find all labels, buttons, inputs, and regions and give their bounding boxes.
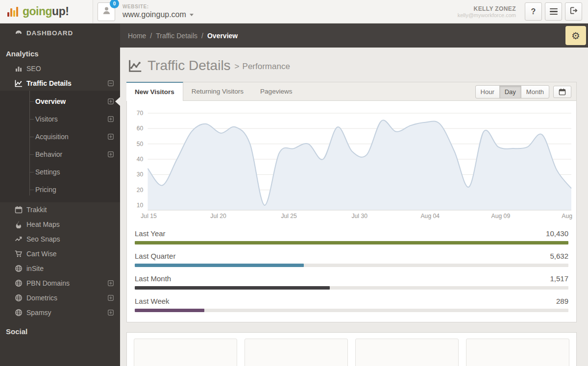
sidebar-item-seo-snaps[interactable]: Seo Snaps: [0, 232, 120, 246]
logo[interactable]: goingup!: [0, 0, 93, 23]
calendar-button[interactable]: [553, 86, 571, 98]
range-button-hour[interactable]: Hour: [475, 85, 500, 98]
sidebar-item-dometrics[interactable]: Dometrics: [0, 291, 120, 305]
sidebar-item-dashboard[interactable]: DASHBOARD: [0, 24, 120, 42]
sidebar-section-heading-analytics: Analytics: [0, 42, 120, 61]
metric-last-week: Last Week289: [135, 297, 568, 312]
user-email: kelly@myworkforce.com: [458, 12, 516, 18]
sidebar-item-spamsy[interactable]: Spamsy: [0, 305, 120, 320]
logo-text-primary: going: [23, 5, 52, 18]
page-title: Traffic Details > Performance: [126, 48, 577, 82]
svg-text:Jul 15: Jul 15: [141, 213, 157, 220]
hamburger-icon: [550, 7, 558, 16]
menu-button[interactable]: [545, 2, 562, 21]
sidebar-subitem-label: Settings: [35, 168, 60, 176]
secondary-panel: [126, 332, 577, 366]
metric-last-year: Last Year10,430: [135, 229, 568, 244]
sidebar-item-cart-wise[interactable]: Cart Wise: [0, 246, 120, 261]
expander-plus-icon[interactable]: [108, 295, 114, 301]
settings-button[interactable]: ⚙: [565, 26, 586, 45]
traffic-panel: New VisitorsReturning VisitorsPageviews …: [126, 82, 577, 322]
globe-icon: [15, 279, 23, 287]
breadcrumb-item-traffic-details[interactable]: Traffic Details: [156, 32, 197, 40]
metric-bar-fill: [135, 241, 568, 244]
breadcrumb-items: Home/Traffic Details/Overview: [128, 32, 238, 40]
sidebar-item-label: Trakkit: [26, 206, 47, 214]
metric-bar-fill: [135, 309, 204, 312]
sidebar-item-label: Spamsy: [26, 309, 51, 317]
website-selector[interactable]: WEBSITE: www.goingup.com: [122, 4, 194, 19]
tabs: New VisitorsReturning VisitorsPageviews: [127, 82, 300, 100]
logout-button[interactable]: [565, 2, 582, 21]
stat-box: [134, 339, 237, 366]
sidebar-item-seo[interactable]: SEO: [0, 61, 120, 76]
metric-label: Last Year: [135, 229, 166, 238]
sidebar-subitem-label: Behavior: [35, 150, 62, 158]
metric-label: Last Week: [135, 297, 170, 305]
metrics-list: Last Year10,430Last Quarter5,632Last Mon…: [127, 221, 576, 322]
sidebar-section-heading-social: Social: [0, 320, 120, 339]
metric-bar-track: [135, 309, 568, 312]
user-name: KELLY ZONEZ: [458, 5, 516, 12]
metric-value: 5,632: [550, 252, 568, 260]
flame-icon: [15, 220, 23, 228]
sidebar-item-heat-maps[interactable]: Heat Maps: [0, 217, 120, 232]
tab-pageviews[interactable]: Pageviews: [252, 82, 300, 100]
chevron-down-icon: [190, 14, 194, 16]
sidebar-subitem-visitors[interactable]: Visitors: [0, 110, 120, 128]
stat-box: [245, 339, 348, 366]
expander-plus-icon[interactable]: [108, 134, 114, 140]
page-title-text: Traffic Details: [147, 58, 231, 73]
traffic-chart: 70605040302010Jul 15Jul 20Jul 25Jul 30Au…: [131, 107, 573, 221]
svg-text:40: 40: [137, 156, 144, 163]
metric-last-quarter: Last Quarter5,632: [135, 252, 568, 267]
svg-text:60: 60: [137, 125, 144, 132]
breadcrumb-item-home[interactable]: Home: [128, 32, 146, 40]
person-icon: [102, 6, 111, 17]
expander-minus-icon[interactable]: [108, 80, 114, 86]
expander-plus-icon[interactable]: [108, 151, 114, 157]
range-button-month[interactable]: Month: [521, 85, 549, 98]
sidebar-subitem-behavior[interactable]: Behavior: [0, 146, 120, 163]
sidebar-item-label: DASHBOARD: [26, 29, 73, 37]
logout-icon: [569, 6, 578, 17]
expander-plus-icon[interactable]: [108, 310, 114, 316]
sidebar-item-pbn-domains[interactable]: PBN Domains: [0, 276, 120, 291]
metric-last-month: Last Month1,517: [135, 274, 568, 290]
expander-plus-icon[interactable]: [108, 98, 114, 104]
website-label: WEBSITE:: [122, 4, 194, 9]
expander-plus-icon[interactable]: [108, 280, 114, 286]
metric-bar-track: [135, 286, 568, 290]
svg-text:20: 20: [137, 187, 144, 194]
sidebar-item-label: SEO: [26, 65, 41, 73]
stat-box: [466, 339, 569, 366]
gauge-icon: [15, 29, 23, 37]
sidebar-item-insite[interactable]: inSite: [0, 261, 120, 276]
tab-new-visitors[interactable]: New Visitors: [126, 82, 183, 101]
breadcrumb: Home/Traffic Details/Overview ⚙: [120, 24, 588, 48]
notification-badge: 0: [110, 0, 119, 8]
metric-bar-track: [135, 264, 568, 267]
tab-returning-visitors[interactable]: Returning Visitors: [183, 82, 252, 100]
help-button[interactable]: ?: [525, 2, 542, 21]
sidebar: DASHBOARDAnalyticsSEOTraffic DetailsOver…: [0, 24, 120, 366]
account-button[interactable]: 0: [98, 2, 115, 21]
sidebar-item-traffic-details[interactable]: Traffic Details: [0, 76, 120, 91]
sidebar-item-label: Seo Snaps: [26, 236, 60, 243]
sidebar-subitem-settings[interactable]: Settings: [0, 163, 120, 181]
expander-plus-icon[interactable]: [108, 116, 114, 122]
sidebar-subitem-acquisition[interactable]: Acquisition: [0, 128, 120, 146]
sidebar-subitem-label: Pricing: [35, 186, 56, 194]
range-button-day[interactable]: Day: [499, 85, 521, 98]
svg-text:10: 10: [137, 202, 144, 209]
page-title-separator: >: [235, 62, 240, 72]
top-header: goingup! 0 WEBSITE: www.goingup.com KELL…: [0, 0, 588, 24]
sidebar-item-trakkit[interactable]: Trakkit: [0, 202, 120, 217]
sidebar-item-label: inSite: [26, 265, 44, 272]
sidebar-subitem-label: Overview: [35, 98, 66, 105]
sidebar-subitem-label: Visitors: [35, 115, 58, 123]
breadcrumb-separator: /: [201, 32, 203, 40]
sidebar-subitem-pricing[interactable]: Pricing: [0, 181, 120, 198]
chart-wrap: 70605040302010Jul 15Jul 20Jul 25Jul 30Au…: [127, 101, 576, 221]
sidebar-subitem-overview[interactable]: Overview: [0, 93, 120, 110]
